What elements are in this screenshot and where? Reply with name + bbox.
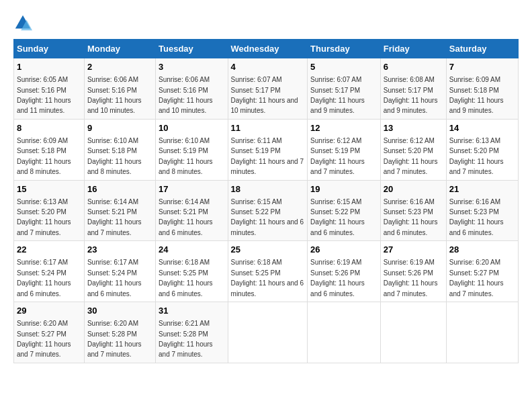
calendar-cell: 21Sunrise: 6:16 AMSunset: 5:23 PMDayligh… [446,180,518,241]
day-info: Sunrise: 6:15 AMSunset: 5:22 PMDaylight:… [231,198,304,236]
day-info: Sunrise: 6:10 AMSunset: 5:19 PMDaylight:… [159,137,213,175]
calendar-cell: 2Sunrise: 6:06 AMSunset: 5:16 PMDaylight… [84,58,155,120]
day-info: Sunrise: 6:20 AMSunset: 5:27 PMDaylight:… [17,320,71,358]
day-number: 18 [231,183,305,195]
day-number: 19 [310,183,378,195]
day-number: 7 [449,61,515,73]
calendar-cell: 10Sunrise: 6:10 AMSunset: 5:19 PMDayligh… [156,119,228,180]
day-number: 9 [87,122,152,134]
day-info: Sunrise: 6:14 AMSunset: 5:21 PMDaylight:… [159,198,213,236]
calendar-cell: 17Sunrise: 6:14 AMSunset: 5:21 PMDayligh… [156,180,228,241]
day-info: Sunrise: 6:21 AMSunset: 5:28 PMDaylight:… [159,320,213,358]
calendar-cell: 4Sunrise: 6:07 AMSunset: 5:17 PMDaylight… [228,58,308,120]
day-info: Sunrise: 6:12 AMSunset: 5:20 PMDaylight:… [384,137,438,175]
calendar-cell [308,302,381,363]
header-sunday: Sunday [14,40,85,58]
day-info: Sunrise: 6:10 AMSunset: 5:18 PMDaylight:… [87,137,142,175]
header-tuesday: Tuesday [156,40,228,58]
calendar-cell: 26Sunrise: 6:19 AMSunset: 5:26 PMDayligh… [308,241,381,302]
calendar-cell: 22Sunrise: 6:17 AMSunset: 5:24 PMDayligh… [14,241,85,302]
day-number: 29 [17,305,81,317]
calendar-cell: 12Sunrise: 6:12 AMSunset: 5:19 PMDayligh… [308,119,381,180]
day-number: 12 [310,122,378,134]
day-number: 13 [384,122,443,134]
calendar-cell: 16Sunrise: 6:14 AMSunset: 5:21 PMDayligh… [84,180,155,241]
day-number: 3 [159,61,225,73]
day-number: 15 [17,183,81,195]
calendar-cell: 18Sunrise: 6:15 AMSunset: 5:22 PMDayligh… [228,180,308,241]
calendar-table: SundayMondayTuesdayWednesdayThursdayFrid… [13,39,519,363]
day-info: Sunrise: 6:12 AMSunset: 5:19 PMDaylight:… [310,137,365,175]
calendar-cell: 7Sunrise: 6:09 AMSunset: 5:18 PMDaylight… [446,58,518,120]
day-number: 28 [449,244,515,256]
calendar-cell: 30Sunrise: 6:20 AMSunset: 5:28 PMDayligh… [84,302,155,363]
calendar-cell: 15Sunrise: 6:13 AMSunset: 5:20 PMDayligh… [14,180,85,241]
day-number: 8 [17,122,81,134]
day-info: Sunrise: 6:11 AMSunset: 5:19 PMDaylight:… [231,137,304,175]
calendar-cell: 1Sunrise: 6:05 AMSunset: 5:16 PMDaylight… [14,58,85,120]
header-wednesday: Wednesday [228,40,308,58]
day-number: 22 [17,244,81,256]
week-row-2: 8Sunrise: 6:09 AMSunset: 5:18 PMDaylight… [14,119,519,180]
day-info: Sunrise: 6:19 AMSunset: 5:26 PMDaylight:… [384,259,438,297]
calendar-cell: 19Sunrise: 6:15 AMSunset: 5:22 PMDayligh… [308,180,381,241]
day-number: 14 [449,122,515,134]
week-row-4: 22Sunrise: 6:17 AMSunset: 5:24 PMDayligh… [14,241,519,302]
day-number: 25 [231,244,305,256]
week-row-1: 1Sunrise: 6:05 AMSunset: 5:16 PMDaylight… [14,58,519,120]
calendar-cell: 8Sunrise: 6:09 AMSunset: 5:18 PMDaylight… [14,119,85,180]
calendar-cell: 20Sunrise: 6:16 AMSunset: 5:23 PMDayligh… [380,180,446,241]
day-number: 17 [159,183,225,195]
day-info: Sunrise: 6:13 AMSunset: 5:20 PMDaylight:… [17,198,71,236]
day-info: Sunrise: 6:16 AMSunset: 5:23 PMDaylight:… [449,198,504,236]
header-friday: Friday [380,40,446,58]
day-info: Sunrise: 6:17 AMSunset: 5:24 PMDaylight:… [87,259,142,297]
day-number: 10 [159,122,225,134]
day-number: 27 [384,244,443,256]
calendar-cell: 14Sunrise: 6:13 AMSunset: 5:20 PMDayligh… [446,119,518,180]
day-number: 30 [87,305,152,317]
calendar-cell [446,302,518,363]
day-info: Sunrise: 6:17 AMSunset: 5:24 PMDaylight:… [17,259,71,297]
day-info: Sunrise: 6:20 AMSunset: 5:28 PMDaylight:… [87,320,142,358]
calendar-cell: 9Sunrise: 6:10 AMSunset: 5:18 PMDaylight… [84,119,155,180]
calendar-cell: 25Sunrise: 6:18 AMSunset: 5:25 PMDayligh… [228,241,308,302]
week-row-3: 15Sunrise: 6:13 AMSunset: 5:20 PMDayligh… [14,180,519,241]
day-info: Sunrise: 6:20 AMSunset: 5:27 PMDaylight:… [449,259,504,297]
day-number: 21 [449,183,515,195]
calendar-cell [380,302,446,363]
calendar-cell: 23Sunrise: 6:17 AMSunset: 5:24 PMDayligh… [84,241,155,302]
calendar-cell: 24Sunrise: 6:18 AMSunset: 5:25 PMDayligh… [156,241,228,302]
calendar-cell: 3Sunrise: 6:06 AMSunset: 5:16 PMDaylight… [156,58,228,120]
day-number: 26 [310,244,378,256]
header-monday: Monday [84,40,155,58]
day-number: 2 [87,61,152,73]
calendar-cell: 11Sunrise: 6:11 AMSunset: 5:19 PMDayligh… [228,119,308,180]
calendar-cell: 13Sunrise: 6:12 AMSunset: 5:20 PMDayligh… [380,119,446,180]
day-info: Sunrise: 6:06 AMSunset: 5:16 PMDaylight:… [159,76,213,114]
day-info: Sunrise: 6:09 AMSunset: 5:18 PMDaylight:… [449,76,504,114]
day-info: Sunrise: 6:15 AMSunset: 5:22 PMDaylight:… [310,198,365,236]
week-row-5: 29Sunrise: 6:20 AMSunset: 5:27 PMDayligh… [14,302,519,363]
header [13,13,519,32]
day-info: Sunrise: 6:13 AMSunset: 5:20 PMDaylight:… [449,137,504,175]
calendar-cell: 6Sunrise: 6:08 AMSunset: 5:17 PMDaylight… [380,58,446,120]
header-thursday: Thursday [308,40,381,58]
calendar-cell: 28Sunrise: 6:20 AMSunset: 5:27 PMDayligh… [446,241,518,302]
day-info: Sunrise: 6:18 AMSunset: 5:25 PMDaylight:… [231,259,304,297]
day-info: Sunrise: 6:05 AMSunset: 5:16 PMDaylight:… [17,76,71,114]
day-number: 23 [87,244,152,256]
logo [13,13,35,32]
day-number: 5 [310,61,378,73]
day-info: Sunrise: 6:06 AMSunset: 5:16 PMDaylight:… [87,76,142,114]
calendar-cell [228,302,308,363]
day-info: Sunrise: 6:16 AMSunset: 5:23 PMDaylight:… [384,198,438,236]
calendar-cell: 5Sunrise: 6:07 AMSunset: 5:17 PMDaylight… [308,58,381,120]
header-saturday: Saturday [446,40,518,58]
day-number: 20 [384,183,443,195]
day-info: Sunrise: 6:08 AMSunset: 5:17 PMDaylight:… [384,76,438,114]
day-number: 1 [17,61,81,73]
day-info: Sunrise: 6:07 AMSunset: 5:17 PMDaylight:… [310,76,365,114]
day-info: Sunrise: 6:19 AMSunset: 5:26 PMDaylight:… [310,259,365,297]
calendar-header-row: SundayMondayTuesdayWednesdayThursdayFrid… [14,40,519,58]
